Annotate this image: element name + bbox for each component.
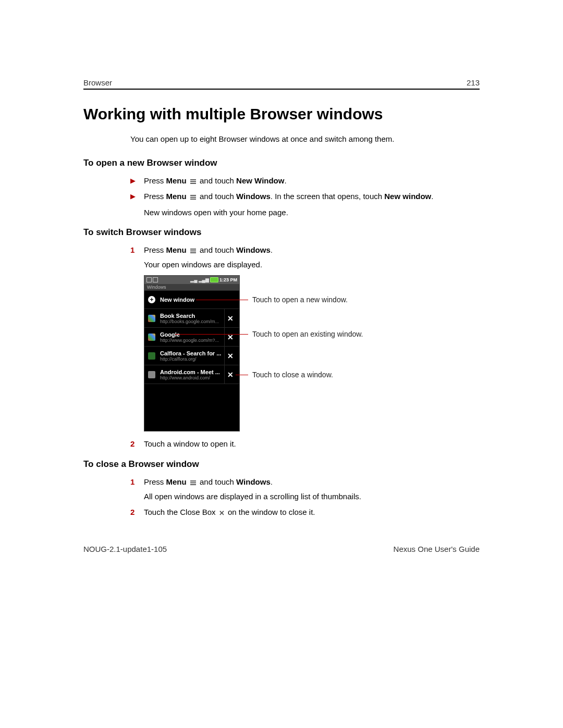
open-item-2: ▶ Press Menu and touch Windows. In the s…: [130, 191, 480, 202]
step-number: 1: [130, 477, 144, 487]
favicon-icon: [148, 333, 156, 341]
triangle-bullet-icon: ▶: [130, 176, 144, 186]
header-page: 213: [467, 78, 480, 87]
battery-icon: [210, 277, 218, 282]
status-icon: [153, 277, 158, 282]
heading-open: To open a new Browser window: [83, 158, 480, 168]
windows-header: Windows: [144, 284, 239, 290]
status-right: ▂▄ ▂▄▆ 1:23 PM: [190, 277, 237, 282]
callout-text: Touch to open an existing window.: [252, 330, 363, 338]
footer-right: Nexus One User's Guide: [394, 545, 480, 553]
close-step-2-body: Touch the Close Box ✕ on the window to c…: [144, 507, 480, 518]
menu-icon: [190, 248, 197, 254]
close-icon[interactable]: ✕: [224, 347, 236, 365]
phone-screenshot: ▂▄ ▂▄▆ 1:23 PM Windows + New window Book…: [144, 275, 240, 431]
menu-icon: [190, 194, 197, 200]
heading-switch: To switch Browser windows: [83, 227, 480, 238]
close-icon[interactable]: ✕: [224, 309, 236, 327]
open-item-1-body: Press Menu and touch New Window.: [144, 176, 480, 186]
switch-block: 1 Press Menu and touch Windows. Your ope…: [130, 245, 480, 450]
favicon-icon: [148, 314, 156, 323]
favicon-icon: [148, 352, 156, 360]
triangle-bullet-icon: ▶: [130, 191, 144, 202]
signal-icon: ▂▄▆: [199, 277, 209, 282]
heading-close: To close a Browser window: [83, 459, 480, 470]
callout-line: [175, 334, 248, 335]
intro-text: You can open up to eight Browser windows…: [130, 134, 480, 143]
window-row[interactable]: Google http://www.google.com/m?... ✕: [144, 328, 239, 347]
open-item-1: ▶ Press Menu and touch New Window.: [130, 176, 480, 186]
callout-line: [236, 375, 248, 375]
callouts: Touch to open a new window. Touch to ope…: [249, 275, 416, 431]
open-block: ▶ Press Menu and touch New Window. ▶ Pre…: [130, 176, 480, 218]
callout-line: [196, 300, 248, 300]
open-note: New windows open with your home page.: [130, 207, 480, 218]
close-step-1: 1 Press Menu and touch Windows. All open…: [130, 477, 480, 502]
close-box-icon: ✕: [219, 509, 225, 518]
close-icon[interactable]: ✕: [224, 328, 236, 346]
page-title: Working with multiple Browser windows: [83, 105, 480, 123]
switch-step-1: 1 Press Menu and touch Windows. Your ope…: [130, 245, 480, 270]
status-left-icons: [146, 277, 158, 282]
footer-left: NOUG-2.1-update1-105: [83, 545, 167, 553]
switch-step-1-body: Press Menu and touch Windows. Your open …: [144, 245, 480, 270]
phone-statusbar: ▂▄ ▂▄▆ 1:23 PM: [144, 276, 239, 284]
window-row[interactable]: Android.com - Meet ... http://www.androi…: [144, 365, 239, 384]
menu-icon: [190, 179, 197, 184]
close-step-1-body: Press Menu and touch Windows. All open w…: [144, 477, 480, 502]
plus-icon: +: [148, 295, 156, 304]
page: Browser 213 Working with multiple Browse…: [0, 0, 563, 728]
running-footer: NOUG-2.1-update1-105 Nexus One User's Gu…: [83, 545, 480, 553]
menu-icon: [190, 480, 197, 486]
phone-illustration-row: ▂▄ ▂▄▆ 1:23 PM Windows + New window Book…: [144, 275, 480, 431]
header-section: Browser: [83, 78, 112, 87]
running-header: Browser 213: [83, 78, 480, 90]
close-block: 1 Press Menu and touch Windows. All open…: [130, 477, 480, 518]
callout-text: Touch to open a new window.: [252, 295, 348, 304]
open-item-2-body: Press Menu and touch Windows. In the scr…: [144, 191, 480, 202]
step-number: 2: [130, 439, 144, 449]
close-step-2: 2 Touch the Close Box ✕ on the window to…: [130, 507, 480, 518]
step-number: 1: [130, 245, 144, 255]
status-icon: [146, 277, 152, 282]
phone-empty-area: [144, 384, 239, 431]
callout-text: Touch to close a window.: [252, 371, 333, 379]
close-icon[interactable]: ✕: [224, 365, 236, 384]
signal-icon: ▂▄: [190, 277, 197, 282]
window-row[interactable]: Calflora - Search for ... http://calflor…: [144, 347, 239, 365]
status-time: 1:23 PM: [219, 277, 237, 282]
window-row[interactable]: Book Search http://books.google.com/m...…: [144, 309, 239, 328]
step-number: 2: [130, 507, 144, 517]
switch-step-2: 2 Touch a window to open it.: [130, 439, 480, 449]
favicon-icon: [148, 371, 156, 379]
